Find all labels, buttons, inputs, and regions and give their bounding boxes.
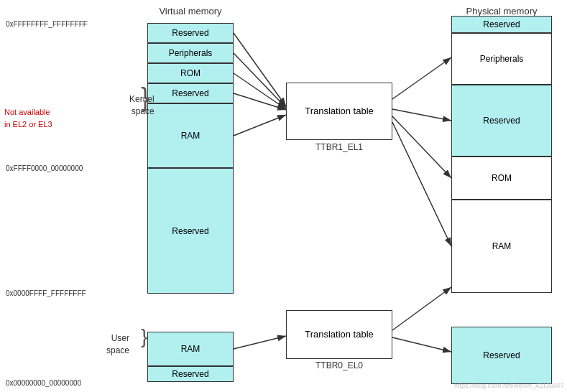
watermark: https://blog.csdn.net/weixin_42135087 [454, 382, 564, 389]
svg-line-9 [392, 122, 451, 246]
virtual-memory-header: Virtual memory [147, 6, 234, 17]
vm-peripherals: Peripherals [147, 43, 234, 63]
addr-lower: 0x0000FFFF_FFFFFFFF [6, 289, 86, 297]
svg-line-2 [234, 53, 286, 108]
pm-rom: ROM [451, 157, 552, 200]
vm-reserved-bottom: Reserved [147, 366, 234, 382]
vm-reserved-top: Reserved [147, 23, 234, 43]
svg-line-11 [392, 287, 451, 330]
vm-reserved2: Reserved [147, 83, 234, 103]
addr-top: 0xFFFFFFFF_FFFFFFFF [6, 20, 88, 28]
svg-line-8 [392, 116, 451, 178]
svg-line-6 [392, 57, 451, 99]
physical-memory-header: Physical memory [451, 6, 552, 17]
ttbr1-label: TTBR1_EL1 [286, 142, 392, 152]
svg-line-5 [234, 115, 286, 136]
kernel-space-brace: } [141, 85, 149, 111]
vm-reserved-mid: Reserved [147, 168, 234, 294]
svg-line-10 [234, 336, 286, 349]
translation-table-user: Translation table [286, 310, 392, 359]
svg-line-7 [392, 109, 451, 121]
addr-mid: 0xFFFF0000_00000000 [6, 164, 83, 172]
translation-table-kernel: Translation table [286, 83, 392, 140]
addr-bottom: 0x00000000_00000000 [6, 379, 81, 387]
svg-line-1 [234, 33, 286, 106]
pm-reserved-top: Reserved [451, 16, 552, 33]
svg-line-12 [392, 337, 451, 352]
vm-ram-user: RAM [147, 332, 234, 366]
ttbr0-label: TTBR0_EL0 [286, 360, 392, 370]
vm-ram-kernel: RAM [147, 103, 234, 168]
not-available-label: Not availablein EL2 or EL3 [4, 106, 52, 130]
pm-ram: RAM [451, 200, 552, 293]
pm-reserved-bottom: Reserved [451, 327, 552, 384]
user-space-brace: } [141, 327, 147, 347]
user-space-label: Userspace [106, 332, 129, 357]
diagram-container: Virtual memory Physical memory Reserved … [0, 0, 567, 392]
svg-line-3 [234, 73, 286, 109]
pm-reserved2: Reserved [451, 85, 552, 157]
svg-line-4 [234, 93, 286, 110]
pm-peripherals: Peripherals [451, 33, 552, 85]
vm-rom: ROM [147, 63, 234, 83]
